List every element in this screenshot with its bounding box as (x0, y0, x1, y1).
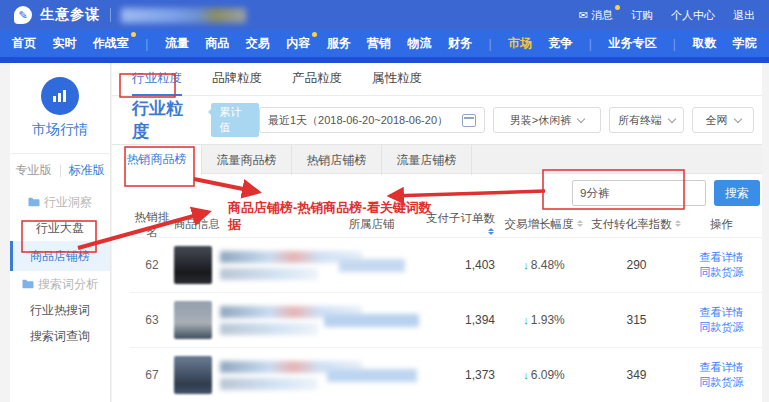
product-cell[interactable] (174, 301, 324, 339)
nav-divider: | (145, 37, 148, 51)
rank-cell: 63 (130, 313, 174, 327)
divider (110, 8, 111, 22)
rank-cell: 67 (130, 368, 174, 382)
growth-cell: ↓8.48% (499, 258, 589, 272)
divider (60, 165, 61, 177)
actions-cell: 查看详情 同款货源 (684, 305, 759, 335)
search-button[interactable]: 搜索 (714, 180, 760, 206)
product-thumbnail (174, 301, 212, 339)
sidebar-item-search-word-query[interactable]: 搜索词查询 (10, 323, 110, 349)
redacted-shop-name (327, 369, 417, 382)
app-window: ✎ 生意参谋 ✉消息 订购 个人中心 退出 首页 实时 作战室 | 流量 商品 … (0, 0, 769, 402)
tab-industry-granularity[interactable]: 行业粒度 (132, 63, 182, 96)
product-thumbnail (174, 356, 212, 394)
sidebar-item-goods-shop-rank[interactable]: 商品店铺榜 (10, 241, 110, 271)
nav-item-competition[interactable]: 竞争 (548, 35, 572, 52)
chevron-down-icon (733, 114, 741, 122)
view-detail-link[interactable]: 查看详情 (684, 305, 759, 320)
table-row: 62 1,403 ↓8.48% 290 查看详情 同款货源 (130, 238, 762, 293)
sort-icon[interactable] (488, 226, 495, 237)
sidebar: 市场行情 专业版 标准版 行业洞察 行业大盘 商品店铺榜 搜索词分析 行业热搜词 (10, 63, 111, 402)
nav-item-finance[interactable]: 财务 (448, 35, 472, 52)
tab-product-granularity[interactable]: 产品粒度 (292, 63, 342, 96)
col-header-actions: 操作 (684, 217, 759, 232)
sidebar-item-hot-search-words[interactable]: 行业热搜词 (10, 297, 110, 323)
folder-icon (22, 279, 34, 289)
view-detail-link[interactable]: 查看详情 (684, 250, 759, 265)
sort-icon[interactable] (577, 218, 584, 229)
nav-item-home[interactable]: 首页 (12, 35, 36, 52)
subtab-hot-goods-rank[interactable]: 热销商品榜 (112, 145, 202, 175)
logout-link[interactable]: 退出 (733, 8, 755, 23)
subtab-traffic-goods-rank[interactable]: 流量商品榜 (202, 145, 292, 175)
rank-table: 热销排名 商品信息 所属店铺 支付子订单数 交易增长幅度 支付转化率指数 操作 … (112, 212, 762, 402)
nav-item-service[interactable]: 服务 (327, 35, 351, 52)
table-header-row: 热销排名 商品信息 所属店铺 支付子订单数 交易增长幅度 支付转化率指数 操作 (130, 212, 762, 238)
orders-cell: 1,403 (419, 258, 499, 272)
sidebar-item-search-analysis[interactable]: 搜索词分析 (10, 271, 110, 297)
sort-icon[interactable] (675, 218, 682, 229)
sidebar-title: 市场行情 (10, 121, 110, 139)
nav-item-warroom[interactable]: 作战室 (93, 35, 129, 52)
down-arrow-icon: ↓ (523, 259, 529, 271)
subtab-hot-shops-rank[interactable]: 热销店铺榜 (292, 145, 382, 175)
version-tab-pro[interactable]: 专业版 (16, 162, 52, 179)
col-header-rank: 热销排名 (130, 210, 174, 240)
nav-item-content[interactable]: 内容 (286, 35, 310, 52)
logo-pen-icon: ✎ (14, 6, 32, 24)
tab-attribute-granularity[interactable]: 属性粒度 (372, 63, 422, 96)
nav-item-bizzone[interactable]: 业务专区 (608, 35, 656, 52)
actions-cell: 查看详情 同款货源 (684, 250, 759, 280)
col-header-orders[interactable]: 支付子订单数 (419, 211, 499, 238)
tab-brand-granularity[interactable]: 品牌粒度 (212, 63, 262, 96)
same-source-link[interactable]: 同款货源 (684, 375, 759, 390)
nav-item-market[interactable]: 市场 (508, 35, 532, 52)
orders-cell: 1,394 (419, 313, 499, 327)
product-thumbnail (174, 246, 212, 284)
market-chart-icon (41, 77, 79, 115)
nav-item-goods[interactable]: 商品 (205, 35, 229, 52)
scope-dropdown[interactable]: 全网 (692, 107, 754, 133)
actions-cell: 查看详情 同款货源 (684, 360, 759, 390)
nav-item-traffic[interactable]: 流量 (165, 35, 189, 52)
page-title: 行业粒度 (132, 97, 197, 143)
nav-item-marketing[interactable]: 营销 (367, 35, 391, 52)
table-row: 67 1,373 ↓6.09% 349 查看详情 同款货源 (130, 348, 762, 402)
product-cell[interactable] (174, 356, 324, 394)
down-arrow-icon: ↓ (523, 314, 529, 326)
mail-icon: ✉ (579, 9, 588, 21)
cumulative-badge: 累计值 (211, 103, 259, 137)
view-detail-link[interactable]: 查看详情 (684, 360, 759, 375)
folder-icon (28, 197, 40, 207)
calendar-icon (462, 114, 476, 127)
nav-item-data[interactable]: 取数 (692, 35, 716, 52)
nav-item-academy[interactable]: 学院 (733, 35, 757, 52)
rank-cell: 62 (130, 258, 174, 272)
main-content: 行业粒度 品牌粒度 产品粒度 属性粒度 行业粒度 累计值 最近1天（2018-0… (112, 63, 762, 402)
version-tab-standard[interactable]: 标准版 (69, 162, 105, 179)
main-nav: 首页 实时 作战室 | 流量 商品 交易 内容 服务 营销 物流 财务 | 市场… (0, 30, 769, 57)
col-header-growth[interactable]: 交易增长幅度 (499, 217, 589, 232)
app-logo: 生意参谋 (40, 6, 100, 24)
nav-divider: | (488, 37, 491, 51)
same-source-link[interactable]: 同款货源 (684, 265, 759, 280)
sidebar-item-industry-insight[interactable]: 行业洞察 (10, 189, 110, 215)
nav-divider: | (673, 37, 676, 51)
subtab-traffic-shops-rank[interactable]: 流量店铺榜 (382, 145, 472, 175)
nav-item-logistics[interactable]: 物流 (408, 35, 432, 52)
col-header-conversion-index[interactable]: 支付转化率指数 (589, 217, 684, 232)
subscribe-link[interactable]: 订购 (631, 8, 653, 23)
date-range-picker[interactable]: 最近1天（2018-06-20~2018-06-20） (259, 107, 485, 133)
keyword-search-input[interactable] (572, 180, 706, 206)
account-link[interactable]: 个人中心 (671, 8, 715, 23)
growth-cell: ↓1.93% (499, 313, 589, 327)
growth-cell: ↓6.09% (499, 368, 589, 382)
same-source-link[interactable]: 同款货源 (684, 320, 759, 335)
nav-item-trade[interactable]: 交易 (246, 35, 270, 52)
terminal-dropdown[interactable]: 所有终端 (609, 107, 684, 133)
category-dropdown[interactable]: 男装>休闲裤 (493, 107, 601, 133)
sidebar-item-industry-overview[interactable]: 行业大盘 (10, 215, 110, 241)
messages-link[interactable]: ✉消息 (579, 8, 613, 23)
nav-item-realtime[interactable]: 实时 (52, 35, 76, 52)
product-cell[interactable] (174, 246, 324, 284)
